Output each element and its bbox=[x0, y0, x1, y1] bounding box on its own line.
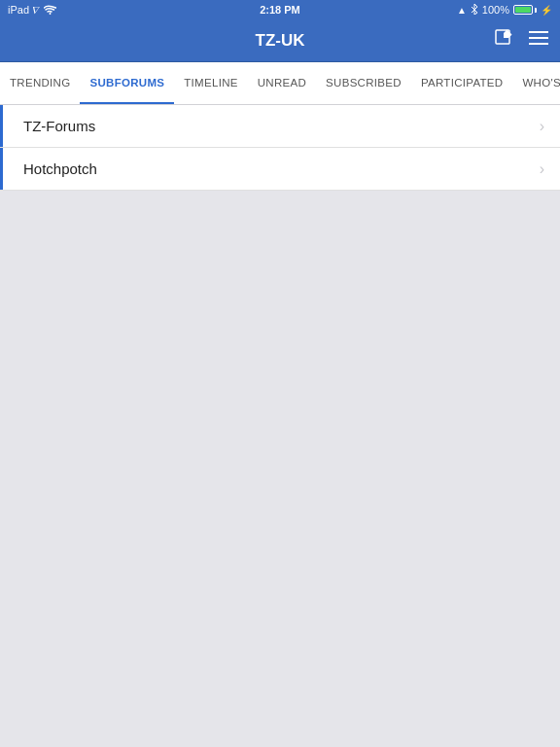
compose-button[interactable] bbox=[494, 28, 513, 53]
forum-item-accent bbox=[0, 148, 3, 190]
battery-percentage: 100% bbox=[482, 4, 509, 16]
tab-subforums[interactable]: SUBFORUMS bbox=[80, 62, 174, 104]
tab-whos-online[interactable]: Who's online bbox=[512, 62, 560, 104]
tab-participated[interactable]: PARTICIPATED bbox=[411, 62, 513, 104]
app-header: TZ-UK bbox=[0, 19, 560, 62]
battery-indicator bbox=[513, 5, 537, 15]
tab-subscribed[interactable]: SUBSCRIBED bbox=[316, 62, 411, 104]
wifi-icon bbox=[44, 5, 56, 15]
main-content bbox=[0, 191, 560, 747]
tab-trending[interactable]: TRENDING bbox=[0, 62, 80, 104]
forum-item-label: Hotchpotch bbox=[16, 160, 540, 177]
tab-timeline[interactable]: TIMELINE bbox=[174, 62, 247, 104]
location-icon: ▲ bbox=[457, 5, 467, 16]
charging-icon: ⚡ bbox=[541, 5, 552, 16]
tab-unread[interactable]: UNREAD bbox=[248, 62, 316, 104]
nav-tabs: TRENDINGSUBFORUMSTIMELINEUNREADSUBSCRIBE… bbox=[0, 62, 560, 105]
forum-item-accent bbox=[0, 105, 3, 147]
forum-item-tz-forums[interactable]: TZ-Forums› bbox=[0, 105, 560, 148]
forum-list: TZ-Forums›Hotchpotch› bbox=[0, 105, 560, 191]
device-label: iPad bbox=[8, 4, 29, 16]
status-time: 2:18 PM bbox=[260, 4, 300, 16]
menu-button[interactable] bbox=[529, 30, 548, 51]
forum-item-hotchpotch[interactable]: Hotchpotch› bbox=[0, 148, 560, 191]
chevron-right-icon: › bbox=[540, 118, 544, 135]
wifi-icon: 𝛻 bbox=[33, 4, 40, 17]
status-left: iPad 𝛻 bbox=[8, 4, 56, 17]
app-title: TZ-UK bbox=[256, 31, 305, 51]
header-actions bbox=[494, 28, 548, 53]
status-right: ▲ 100% ⚡ bbox=[457, 3, 552, 17]
chevron-right-icon: › bbox=[540, 160, 544, 178]
forum-item-label: TZ-Forums bbox=[16, 118, 540, 134]
bluetooth-icon bbox=[471, 3, 478, 17]
status-bar: iPad 𝛻 2:18 PM ▲ 100% ⚡ bbox=[0, 0, 560, 19]
